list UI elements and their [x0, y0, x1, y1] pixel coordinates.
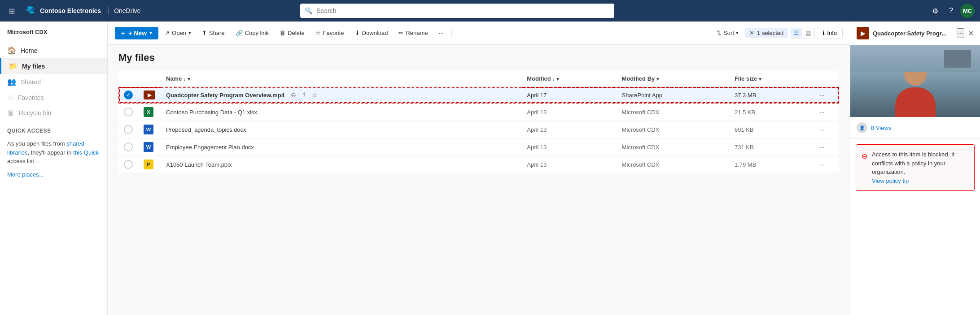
row-more-icon[interactable]: ···	[818, 142, 827, 151]
delete-icon: 🗑	[280, 30, 285, 36]
waffle-icon[interactable]: ⊞	[5, 5, 18, 17]
file-modified-by: Microsoft CDX	[617, 138, 729, 156]
app-logo: Contoso Electronics	[24, 4, 101, 17]
sidebar-item-shared[interactable]: 👥 Shared	[0, 74, 107, 90]
help-icon[interactable]: ?	[945, 5, 957, 17]
sort-button[interactable]: ⇅ Sort ▾	[712, 27, 743, 39]
deselect-icon[interactable]: ✕	[749, 30, 754, 36]
file-name[interactable]: X1050 Launch Team.pbix	[166, 161, 232, 168]
row-checkbox[interactable]	[124, 125, 133, 134]
share-row-icon[interactable]: ⤴	[273, 108, 280, 117]
sidebar-item-myfiles[interactable]: 📁 My files	[0, 58, 107, 74]
file-name[interactable]: Quadcopter Safety Program Overview.mp4	[166, 92, 284, 99]
views-avatar: 👤	[857, 122, 867, 133]
star-outline-icon: ☆	[315, 30, 321, 36]
file-more-actions[interactable]: ···	[812, 156, 839, 173]
remove-icon[interactable]: ⊖	[289, 91, 298, 99]
checkbox-cell[interactable]	[118, 138, 138, 156]
new-button[interactable]: + + New ▾	[115, 27, 158, 39]
col-modified-by[interactable]: Modified By ▾	[617, 71, 729, 87]
table-row[interactable]: ✓ ▶ Quadcopter Safety Program Overview.m…	[118, 87, 839, 104]
sidebar-item-recyclebin[interactable]: 🗑 Recycle bin	[0, 105, 107, 121]
sort-chevron-icon: ▾	[736, 30, 739, 36]
settings-icon[interactable]: ⚙	[928, 5, 942, 17]
avatar[interactable]: MC	[960, 4, 975, 18]
checkbox-cell[interactable]	[118, 156, 138, 173]
info-panel-title: Quadcopter Safety Progr...	[873, 30, 953, 37]
row-checkbox[interactable]	[124, 108, 133, 117]
col-name[interactable]: Name ↓ ▾	[161, 71, 521, 87]
file-name[interactable]: Proposed_agenda_topics.docx	[166, 126, 246, 133]
file-more-actions[interactable]: ···	[812, 104, 839, 121]
file-more-actions[interactable]: ···	[812, 87, 839, 104]
star-row-icon[interactable]: ☆	[283, 108, 292, 117]
policy-tip-link[interactable]: View policy tip	[872, 177, 909, 184]
file-icon-cell: W	[138, 138, 161, 156]
remove-icon[interactable]: ⊖	[258, 142, 267, 151]
sidebar-item-home[interactable]: 🏠 Home	[0, 43, 107, 58]
star-row-icon[interactable]: ☆	[280, 142, 289, 151]
view-toggle: ☰ ▤	[790, 27, 815, 39]
share-row-icon[interactable]: ⤴	[262, 125, 269, 134]
star-row-icon[interactable]: ☆	[272, 125, 281, 134]
checkbox-cell[interactable]	[118, 121, 138, 138]
open-chevron-icon: ▾	[188, 30, 191, 36]
details-view-button[interactable]: ▤	[803, 28, 814, 38]
remove-icon[interactable]: ⊖	[262, 108, 271, 117]
blocked-icon: ⊖	[862, 151, 867, 185]
file-more-actions[interactable]: ···	[812, 138, 839, 156]
col-filesize[interactable]: File size ▾	[729, 71, 812, 87]
file-name-cell: Employee Engagement Plan.docx ⊖ ⤴ ☆	[161, 138, 521, 156]
info-panel: ▶ Quadcopter Safety Progr... ··· ✕ 👤 8 V…	[850, 22, 980, 315]
more-button[interactable]: ···	[434, 27, 448, 39]
checkbox-cell[interactable]: ✓	[118, 87, 138, 104]
table-row[interactable]: X Contoso Purchasing Data - Q1.xlsx ⊖ ⤴ …	[118, 104, 839, 121]
col-modified[interactable]: Modified ↓ ▾	[521, 71, 616, 87]
share-row-icon[interactable]: ⤴	[301, 91, 307, 99]
sidebar-item-label: Home	[21, 47, 37, 54]
file-size: 731 KB	[729, 138, 812, 156]
list-view-button[interactable]: ☰	[791, 28, 802, 38]
file-icon-cell: ▶	[138, 87, 161, 104]
file-modified: April 13	[521, 104, 616, 121]
table-row[interactable]: W Proposed_agenda_topics.docx ⊖ ⤴ ☆ Apri…	[118, 121, 839, 138]
quick-access-link[interactable]: this Quick	[73, 149, 99, 156]
rename-button[interactable]: ✏ Rename	[394, 27, 432, 39]
file-modified: April 17	[521, 87, 616, 104]
favorite-button[interactable]: ☆ Favorite	[311, 27, 349, 39]
row-more-icon[interactable]: ···	[818, 108, 827, 117]
file-name[interactable]: Employee Engagement Plan.docx	[166, 144, 254, 151]
table-row[interactable]: P X1050 Launch Team.pbix ⊖ ⤴ ☆ April 13 …	[118, 156, 839, 173]
share-row-icon[interactable]: ⤴	[248, 160, 254, 169]
share-row-icon[interactable]: ⤴	[270, 142, 277, 151]
open-button[interactable]: ↗ Open ▾	[160, 27, 196, 39]
file-name[interactable]: Contoso Purchasing Data - Q1.xlsx	[166, 109, 257, 116]
row-checkbox[interactable]: ✓	[124, 91, 133, 99]
row-checkbox[interactable]	[124, 160, 133, 169]
panel-close-button[interactable]: ✕	[968, 29, 974, 38]
row-more-icon[interactable]: ···	[818, 91, 827, 99]
sidebar-item-label: Shared	[21, 78, 41, 86]
file-modified-by: Microsoft CDX	[617, 104, 729, 121]
more-places-link[interactable]: More places...	[0, 169, 107, 180]
copy-link-button[interactable]: 🔗 Copy link	[231, 27, 273, 39]
remove-icon[interactable]: ⊖	[236, 160, 245, 169]
star-row-icon[interactable]: ☆	[310, 91, 319, 99]
download-button[interactable]: ⬇ Download	[350, 27, 393, 39]
sidebar-item-favorites[interactable]: ☆ Favorites	[0, 90, 107, 105]
remove-icon[interactable]: ⊖	[251, 125, 260, 134]
star-row-icon[interactable]: ☆	[257, 160, 267, 169]
row-checkbox[interactable]	[124, 142, 133, 151]
info-button[interactable]: ℹ Info	[817, 27, 843, 39]
row-more-icon[interactable]: ···	[818, 160, 827, 169]
info-thumbnail	[850, 45, 980, 117]
share-button[interactable]: ⬆ Share	[197, 27, 229, 39]
sidebar-item-label: Recycle bin	[19, 109, 51, 117]
panel-more-button[interactable]: ···	[957, 28, 964, 38]
delete-button[interactable]: 🗑 Delete	[275, 27, 309, 39]
table-row[interactable]: W Employee Engagement Plan.docx ⊖ ⤴ ☆ Ap…	[118, 138, 839, 156]
checkbox-cell[interactable]	[118, 104, 138, 121]
search-input[interactable]	[300, 4, 614, 18]
row-more-icon[interactable]: ···	[818, 125, 827, 134]
file-more-actions[interactable]: ···	[812, 121, 839, 138]
